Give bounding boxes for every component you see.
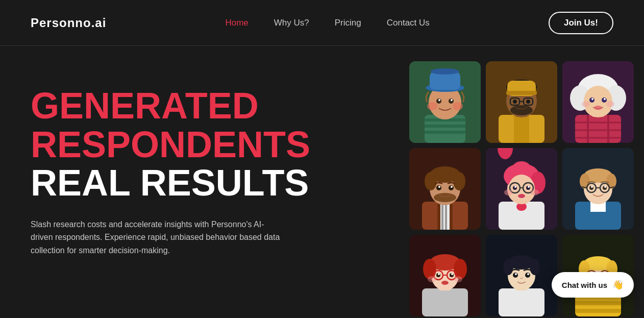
svg-rect-139	[575, 309, 621, 313]
svg-point-25	[526, 100, 530, 104]
svg-point-118	[451, 273, 453, 275]
svg-point-65	[438, 186, 440, 188]
svg-point-62	[434, 193, 456, 202]
svg-rect-29	[506, 91, 537, 95]
svg-point-48	[606, 101, 614, 107]
hero-title-line3: REAL RESULTS	[31, 162, 309, 203]
svg-point-95	[606, 174, 616, 189]
svg-point-8	[453, 102, 463, 110]
svg-rect-4	[425, 131, 465, 134]
avatar-6	[562, 148, 634, 230]
logo[interactable]: Personno.ai	[31, 16, 106, 30]
svg-point-46	[604, 98, 606, 100]
nav-item-pricing[interactable]: Pricing	[335, 18, 361, 28]
navbar: Personno.ai Home Why Us? Pricing Contact…	[0, 0, 644, 46]
svg-rect-52	[437, 202, 440, 230]
avatar-3-illustration	[562, 61, 634, 143]
svg-point-117	[438, 273, 440, 275]
svg-point-82	[514, 186, 516, 188]
svg-rect-138	[575, 301, 621, 305]
svg-point-85	[531, 189, 539, 195]
svg-point-122	[434, 277, 436, 278]
avatar-6-illustration	[562, 148, 634, 230]
svg-point-60	[425, 172, 437, 190]
svg-point-7	[427, 102, 437, 110]
hero-title-line2: RESPONDENTS	[31, 124, 310, 165]
svg-point-130	[530, 259, 540, 275]
nav-item-contact[interactable]: Contact Us	[387, 18, 430, 28]
svg-point-15	[431, 68, 459, 75]
svg-rect-55	[441, 202, 443, 230]
svg-rect-18	[514, 115, 529, 143]
svg-point-76	[508, 175, 535, 203]
nav-link-whyus[interactable]: Why Us?	[274, 18, 309, 28]
svg-point-24	[513, 100, 517, 104]
join-button[interactable]: Join Us!	[549, 12, 613, 34]
hero-section: GENERATED RESPONDENTS REAL RESULTS Slash…	[0, 46, 644, 318]
svg-point-11	[438, 99, 440, 101]
svg-point-134	[527, 273, 529, 275]
svg-point-94	[580, 174, 590, 189]
svg-rect-125	[499, 288, 544, 316]
svg-point-133	[515, 273, 517, 275]
svg-point-75	[512, 161, 531, 176]
nav-link-pricing[interactable]: Pricing	[335, 18, 361, 28]
svg-point-49	[594, 106, 602, 110]
nav-links: Home Why Us? Pricing Contact Us	[225, 18, 429, 28]
avatar-8	[486, 235, 557, 316]
nav-link-contact[interactable]: Contact Us	[387, 18, 430, 28]
avatar-3	[562, 61, 634, 143]
chat-widget-label: Chat with us	[562, 281, 607, 289]
chat-wave-icon: 👋	[612, 279, 624, 290]
svg-point-45	[591, 98, 593, 100]
svg-point-84	[504, 189, 512, 195]
avatar-5	[486, 148, 557, 230]
nav-link-home[interactable]: Home	[225, 18, 248, 28]
avatar-1-illustration	[409, 61, 481, 143]
hero-subtitle: Slash research costs and accelerate insi…	[31, 218, 281, 257]
nav-item-whyus[interactable]: Why Us?	[274, 18, 309, 28]
svg-rect-106	[422, 288, 468, 316]
svg-rect-3	[425, 125, 465, 128]
avatar-2	[486, 61, 557, 143]
svg-point-103	[591, 186, 593, 188]
avatar-4-illustration	[409, 148, 481, 230]
svg-point-42	[584, 86, 612, 116]
avatar-2-illustration	[486, 61, 557, 143]
svg-point-66	[451, 186, 453, 188]
avatar-1	[409, 61, 481, 143]
hero-text-block: GENERATED RESPONDENTS REAL RESULTS Slash…	[31, 77, 337, 257]
logo-text: Personno.ai	[31, 16, 106, 30]
svg-point-61	[453, 172, 465, 190]
avatar-7	[409, 235, 481, 316]
nav-item-home[interactable]: Home	[225, 18, 248, 28]
svg-point-123	[455, 277, 456, 278]
svg-point-12	[451, 99, 453, 101]
chat-widget[interactable]: Chat with us 👋	[552, 272, 634, 298]
svg-point-83	[528, 186, 530, 188]
avatar-4	[409, 148, 481, 230]
svg-rect-53	[450, 202, 453, 230]
avatar-8-illustration	[486, 235, 557, 316]
svg-point-129	[503, 259, 513, 275]
avatar-5-illustration	[486, 148, 557, 230]
svg-rect-56	[445, 202, 447, 230]
svg-point-104	[604, 186, 606, 188]
hero-title: GENERATED RESPONDENTS REAL RESULTS	[31, 87, 337, 203]
svg-point-26	[510, 105, 533, 115]
svg-point-86	[518, 194, 525, 198]
avatar-7-illustration	[409, 235, 481, 316]
svg-point-121	[441, 281, 449, 285]
svg-point-47	[582, 101, 590, 107]
svg-rect-31	[575, 115, 621, 143]
hero-title-line1: GENERATED	[31, 85, 259, 126]
